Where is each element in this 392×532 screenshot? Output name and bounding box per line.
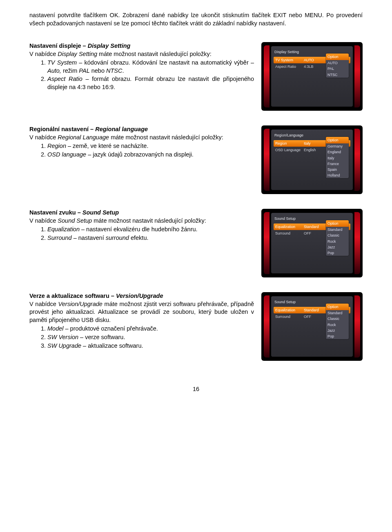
list-item: Model – produktové označení přehrávače. [47,325,254,333]
section-lead: V nabídce Sound Setup máte možnost nasta… [29,217,254,225]
intro-paragraph: nastavení potvrdíte tlačítkem OK. Zobraz… [29,11,363,27]
panel-row-label: TV System [275,58,304,63]
option-item: PAL [326,66,349,72]
section-heading: Nastavení displeje – Display Setting [29,42,254,50]
option-item: AUTO [326,60,349,66]
options-header: Option [326,220,349,227]
section-list: TV System – kódování obrazu. Kódování lz… [29,59,254,91]
option-item: England [326,149,349,155]
options-popup: OptionStandardClassicRockJazzPop [326,220,349,256]
screenshot-column: Display SettingTV SystemAUTO▶Aspect Rati… [261,42,363,111]
section-lead: V nabídce Version/Upgrade máte možnost z… [29,300,254,324]
panel-row-label: Surround [275,231,304,236]
section-heading: Nastavení zvuku – Sound Setup [29,209,254,217]
section-lead: V nabídce Regional Language máte možnost… [29,134,254,142]
section-heading: Regionální nastavení – Regional language [29,125,254,134]
device-screenshot: Display SettingTV SystemAUTO▶Aspect Rati… [261,42,363,111]
list-item: Region – země, ve které se nacházíte. [47,142,254,150]
option-item: Jazz [326,244,349,250]
section: Verze a aktualizace softwaru – Version/U… [29,292,363,361]
device-panel: Sound SetupEqualizationStandard▶Surround… [271,213,353,273]
device-panel: Display SettingTV SystemAUTO▶Aspect Rati… [271,46,353,107]
page: nastavení potvrdíte tlačítkem OK. Zobraz… [0,0,392,410]
section: Nastavení zvuku – Sound SetupV nabídce S… [29,209,363,277]
panel-row-label: Aspect Ratio [275,64,304,69]
option-item: Rock [326,239,349,244]
screenshot-column: Region/LanguageRegionItaly▶OSD LanguageE… [261,125,363,194]
section-lead: V nabídce Display Setting máte možnost n… [29,50,254,58]
section: Nastavení displeje – Display SettingV na… [29,42,363,111]
panel-row-label: Equalization [275,224,304,229]
section: Regionální nastavení – Regional language… [29,125,363,194]
option-item: Jazz [326,328,349,333]
option-item: France [326,161,349,167]
option-item: Standard [326,310,349,316]
option-item: Rock [326,322,349,328]
section-list: Region – země, ve které se nacházíte.OSD… [29,142,254,159]
list-item: TV System – kódování obrazu. Kódování lz… [47,59,254,75]
list-item: Surround – nastavení surround efektu. [47,234,254,242]
device-screenshot: Region/LanguageRegionItaly▶OSD LanguageE… [261,125,363,194]
option-item: Holland [326,172,349,178]
options-popup: OptionGermanyEnglandItalyFranceSpainHoll… [326,137,349,178]
option-item: NTSC [326,72,349,78]
page-number: 16 [29,385,363,393]
options-header: Option [326,54,349,60]
device-panel: Sound SetupEqualizationStandard▶Surround… [271,296,353,357]
panel-row-label: OSD Language [275,148,304,152]
list-item: SW Upgrade – aktualizace softwaru. [47,342,254,350]
option-item: Classic [326,232,349,238]
list-item: SW Version – verze softwaru. [47,333,254,342]
device-panel: Region/LanguageRegionItaly▶OSD LanguageE… [271,130,353,190]
option-item: Pop [326,333,349,339]
panel-row-label: Surround [275,314,304,319]
option-item: Standard [326,227,349,232]
option-item: Germany [326,143,349,149]
options-popup: OptionAUTOPALNTSC [326,54,349,78]
device-screenshot: Sound SetupEqualizationStandard▶Surround… [261,209,363,277]
list-item: Aspect Ratio – formát obrazu. Formát obr… [47,75,254,91]
device-screenshot: Sound SetupEqualizationStandard▶Surround… [261,292,363,361]
options-popup: OptionStandardClassicRockJazzPop [326,304,349,339]
list-item: Equalization – nastavení ekvalizéru dle … [47,226,254,234]
panel-row-label: Equalization [275,308,304,313]
section-list: Equalization – nastavení ekvalizéru dle … [29,226,254,242]
section-heading: Verze a aktualizace softwaru – Version/U… [29,292,254,300]
option-item: Italy [326,155,349,161]
options-header: Option [326,304,349,310]
options-header: Option [326,137,349,143]
option-item: Spain [326,167,349,172]
screenshot-column: Sound SetupEqualizationStandard▶Surround… [261,209,363,277]
panel-row-label: Region [275,141,304,146]
section-list: Model – produktové označení přehrávače.S… [29,325,254,350]
option-item: Classic [326,316,349,322]
option-item: Pop [326,250,349,256]
list-item: OSD language – jazyk údajů zobrazovaných… [47,151,254,159]
screenshot-column: Sound SetupEqualizationStandard▶Surround… [261,292,363,361]
